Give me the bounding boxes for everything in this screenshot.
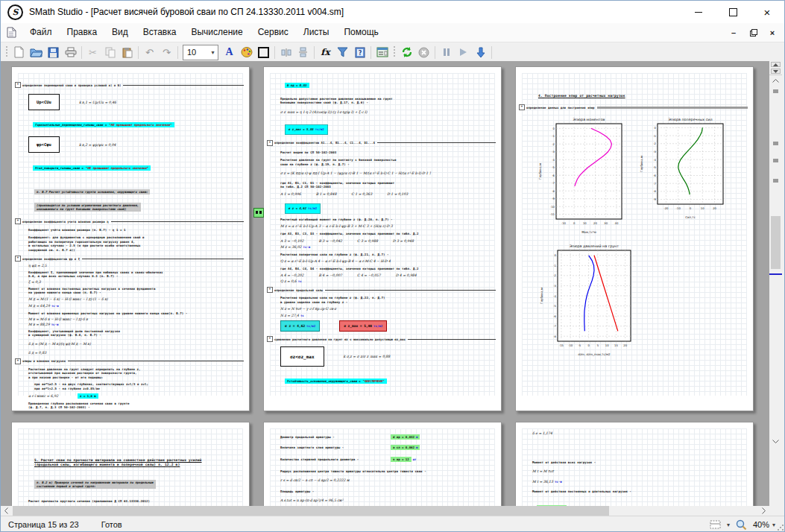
page-top-right-content[interactable]: 4. Построение эпюр от расчетных нагрузок… [516,67,753,411]
align-vertical-button[interactable] [294,44,312,60]
recalculate-button[interactable] [398,44,415,60]
math-result[interactable]: N z = 27,4тс [280,314,495,317]
menu-file[interactable]: Файл [22,23,60,42]
collapse-icon[interactable]: + [267,287,273,293]
page-layout-button[interactable] [707,516,724,532]
math-region[interactable]: δ д = (M д − M в)/(η ψд·M д − M в) [28,341,243,348]
play-button[interactable] [455,44,472,60]
charts-row[interactable]: -100102030400-1-2-3-4-5-6-7-8-9-10-11Эпю… [537,115,747,235]
worksheet-page-5[interactable]: Диаметр продольной арматуры -d ар = 0,03… [263,422,502,506]
copy-button[interactable] [101,44,119,60]
close-button[interactable]: × [750,1,784,23]
math-region[interactable]: δ д = 0,83 [28,351,243,355]
collapse-icon[interactable]: + [15,256,21,262]
new-button[interactable] [10,44,28,60]
chevron-down-icon[interactable]: ▾ [727,522,730,528]
chevron-down-icon[interactable]: ▾ [772,522,775,528]
worksheet-page-6[interactable]: δ e = 1,174Момент от действия всех нагру… [515,422,754,506]
collapsible-section[interactable]: +эпюры и влияние нагрузки [15,358,246,364]
collapsible-section[interactable]: +определение коэффициента учета влияния … [15,218,246,224]
coefficients-row[interactable]: A 4 = −0,202B 4 = −0,007C 4 = −0,057D 4 … [280,273,495,277]
collapse-icon[interactable]: + [267,336,273,342]
math-region[interactable]: A s.tot = n ар·(π·d ар²)/4 = 96,5 см² [280,497,495,504]
vertical-scrollbar[interactable] [769,61,782,457]
coefficients-row[interactable]: A 1 = 0,996B 1 = 0,848C 1 = 0,363D 1 = 0… [280,192,495,196]
menu-edit[interactable]: Правка [60,23,105,42]
text-region[interactable]: Момент от влияния постоянных расчетных н… [28,287,243,295]
menu-sheets[interactable]: Листы [296,23,337,42]
math-result[interactable]: α ε·l макс = 6,92z = 1,6 м [28,393,243,399]
worksheet-page-1[interactable]: +определение перемещений сваи и проверка… [11,66,250,411]
text-region[interactable]: Расчетное давление на грунт следует опре… [28,367,243,379]
condition-region[interactable]: σz<σz_maxk σ,z = σ z/σ z_max = 0,88 [280,346,495,367]
menu-help[interactable]: Помощь [336,23,385,42]
collapsible-section[interactable]: +определение перемещений сваи и проверка… [15,82,246,88]
worksheet-canvas[interactable]: +определение перемещений сваи и проверка… [1,61,769,506]
chart-2[interactable]: -15-10-5051015200-1-2-3-4-5-6-7-8Эпюра д… [538,241,637,358]
cut-button[interactable]: ✂ [84,44,101,60]
math-region[interactable]: M в = M·δ в − H·(l макс − l д)·δ в [28,317,243,321]
step-button[interactable] [472,44,489,60]
text-region[interactable]: Расчетное давление на грунт по контакту … [280,158,495,166]
text-region[interactable]: Коэффициент, учитывающий долю постоянной… [28,329,243,338]
highlight-region[interactable]: Горизонтальные_перемещения_головы_сваи =… [33,115,243,129]
math-region[interactable]: σ z_max = η 1·η 2·(4/cos(φ I))·(γ I·z·tg… [280,109,495,116]
chart-1[interactable]: -20-10010200-1-2-3-4-5-6-7-8-9Эпюра попе… [638,115,729,221]
worksheet-page-2[interactable]: δ пд = 0,83Предельно допустимое расчетно… [263,66,502,411]
resize-grip[interactable] [777,524,784,531]
save-button[interactable] [45,44,62,60]
math-region[interactable]: σ z = (K пд/α ε)·ψ пд·[ Uр·A 1 − (ψр/α ε… [280,170,495,177]
text-region[interactable]: Расчетная продольная сила на глубине z (… [280,296,495,304]
math-result[interactable]: Q z = 0,6тс [280,279,495,283]
highlight-region[interactable]: п. В.7 Расчет устойчивости грунта основа… [34,183,243,196]
scroll-down-button[interactable] [769,436,782,447]
text-region[interactable]: где A1, B1, C1, D1 - коэффициенты, значе… [280,181,495,189]
highlight-region[interactable]: δ пд = 0,83 [285,76,495,89]
undo-button[interactable]: ↶ [141,44,158,60]
vertical-scroll-track[interactable] [769,86,782,436]
text-region[interactable]: где A3, B3, C3, D3 - коэффициенты, значе… [280,232,495,235]
math-result[interactable]: M д = 64,29тс·м [28,304,243,308]
page-top-left-content[interactable]: +определение перемещений сваи и проверка… [12,67,249,411]
text-region[interactable]: Расчетный изгибающий момент на глубине z… [280,218,495,221]
chart-region[interactable]: -15-10-5051015200-1-2-3-4-5-6-7-8Эпюра д… [538,241,747,361]
reference-book-button[interactable]: ? [351,44,368,60]
open-button[interactable] [28,44,45,60]
math-region[interactable]: N z = N тот − γ с·f пр.ср·U св·z [280,307,495,311]
math-region[interactable]: M д = M·(1 − δ в) − H·(l макс − l д)·(1 … [28,297,243,301]
menu-view[interactable]: Вид [104,23,136,42]
text-region[interactable]: при ае*l≥2.5 - на двух глубинах, соответ… [34,382,243,390]
text-region[interactable]: Предельно допустимое расчетное давление … [280,97,495,105]
print-button[interactable] [62,44,79,60]
pause-button[interactable] [438,44,455,60]
math-region[interactable]: Q z = α ε³·E b·I·Uр·A 4 − α ε²·E b·I·ψр·… [280,259,495,263]
text-region[interactable]: Коэффициент учёта влияния размера (п. В.… [28,228,243,232]
menu-tools[interactable]: Сервис [250,23,296,42]
parameter-row[interactable]: Диаметр продольной арматуры -d ар = 0,03… [280,434,495,440]
scroll-marker[interactable] [773,89,778,93]
highlight-region[interactable]: Устойчивость_основания_окружающего_сваю … [285,372,495,385]
border-button[interactable] [255,44,272,60]
text-region[interactable]: Момент от влияния временных расчетных на… [28,311,243,315]
child-close-button[interactable]: × [766,28,778,38]
text-region[interactable]: Коэффициент ξ, принимающий значение при … [28,270,243,279]
collapsible-section[interactable]: +определение коэффициентов ψр и ξ [15,256,246,262]
heading[interactable]: 4. Построение эпюр от расчетных нагрузок [538,94,747,98]
worksheet-page-4[interactable]: 5. Расчет сваи по прочности материала на… [11,422,250,506]
page-bottom-middle-content[interactable]: Диаметр продольной арматуры -d ар = 0,03… [264,422,501,506]
page-bottom-right-content[interactable]: δ e = 1,174Момент от действия всех нагру… [516,422,753,506]
coefficients-row[interactable]: A 3 = −0,102B 3 = −0,042C 3 = 0,988D 3 =… [280,239,495,243]
zoom-level[interactable]: 40% [753,520,769,529]
text-region[interactable]: Расчет прочности круглого сечения (прило… [28,499,243,503]
filter-button[interactable] [334,44,351,60]
math-region[interactable]: r s = d св/2 − a сл − d ар/2 = 0,2222 м [280,477,495,484]
collapse-icon[interactable]: + [15,218,21,224]
text-region[interactable]: Коэффициент: для фундаментов с однорядны… [28,235,243,252]
chart-0[interactable]: -100102030400-1-2-3-4-5-6-7-8-9-10-11Эпю… [537,115,628,235]
math-region[interactable]: ξ = 0,3 [28,280,243,284]
minimize-button[interactable] [681,1,716,23]
collapsible-section[interactable]: +определение данных для построения эпюр [519,104,750,110]
scroll-marker[interactable] [773,179,778,183]
highlight-region[interactable]: σ z = 4,62тс/м2 [285,199,495,214]
zoom-button[interactable] [733,516,750,532]
